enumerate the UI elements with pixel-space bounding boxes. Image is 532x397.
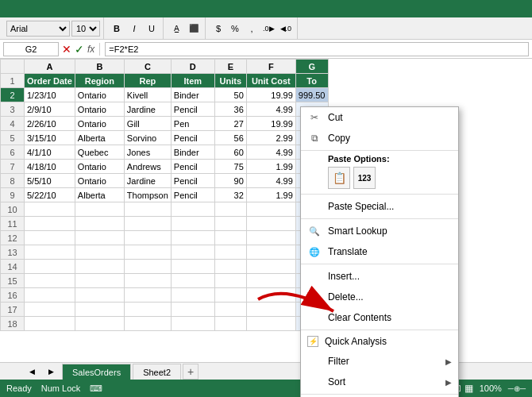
table-cell[interactable] — [214, 288, 246, 303]
table-cell[interactable]: Binder — [171, 88, 214, 102]
table-cell[interactable] — [124, 274, 171, 288]
table-cell[interactable]: Pencil — [171, 160, 214, 174]
table-cell[interactable] — [246, 274, 295, 288]
header-units[interactable]: Units — [214, 74, 246, 88]
table-cell[interactable] — [246, 288, 295, 303]
col-header-d[interactable]: D — [171, 60, 214, 74]
col-header-c[interactable]: C — [124, 60, 171, 74]
table-cell[interactable] — [246, 217, 295, 231]
table-cell[interactable]: Jardine — [124, 102, 171, 117]
table-cell[interactable] — [214, 231, 246, 245]
table-cell[interactable] — [124, 202, 171, 217]
sheet-tab-sheet2[interactable]: Sheet2 — [133, 364, 181, 380]
table-cell[interactable]: 1/23/10 — [25, 88, 75, 102]
table-cell[interactable] — [124, 231, 171, 245]
bold-button[interactable]: B — [109, 21, 125, 37]
table-cell[interactable] — [124, 245, 171, 260]
paste-icon-1[interactable]: 📋 — [328, 167, 350, 189]
table-cell[interactable]: 27 — [214, 117, 246, 131]
font-family-select[interactable]: Arial — [6, 21, 70, 37]
table-cell[interactable]: Quebec — [75, 145, 124, 160]
table-cell[interactable] — [214, 202, 246, 217]
table-cell[interactable]: 50 — [214, 88, 246, 102]
ctx-sort[interactable]: Sort ▶ — [301, 372, 458, 392]
table-cell[interactable] — [171, 260, 214, 274]
table-cell[interactable]: Pencil — [171, 131, 214, 145]
table-cell[interactable] — [171, 217, 214, 231]
table-cell[interactable] — [246, 202, 295, 217]
table-cell[interactable] — [75, 303, 124, 317]
ctx-insert[interactable]: Insert... — [301, 266, 458, 287]
table-cell[interactable] — [246, 231, 295, 245]
cell-reference-input[interactable] — [3, 42, 59, 56]
table-cell[interactable] — [246, 260, 295, 274]
table-cell[interactable]: 999.50 — [295, 88, 328, 102]
table-cell[interactable] — [214, 260, 246, 274]
col-header-g[interactable]: G — [295, 60, 328, 74]
table-cell[interactable]: Binder — [171, 145, 214, 160]
ctx-cut[interactable]: ✂ Cut — [301, 107, 458, 128]
table-cell[interactable]: 2/9/10 — [25, 102, 75, 117]
table-cell[interactable] — [124, 260, 171, 274]
table-cell[interactable]: Alberta — [75, 188, 124, 202]
table-cell[interactable]: Ontario — [75, 102, 124, 117]
table-cell[interactable] — [246, 303, 295, 317]
table-cell[interactable] — [124, 217, 171, 231]
table-cell[interactable] — [75, 202, 124, 217]
header-region[interactable]: Region — [75, 74, 124, 88]
header-order-date[interactable]: Order Date — [25, 74, 75, 88]
table-cell[interactable]: 19.99 — [246, 88, 295, 102]
table-cell[interactable] — [75, 274, 124, 288]
table-cell[interactable] — [246, 245, 295, 260]
table-cell[interactable] — [171, 317, 214, 331]
table-cell[interactable]: 3/15/10 — [25, 131, 75, 145]
table-cell[interactable] — [214, 274, 246, 288]
table-cell[interactable]: Ontario — [75, 160, 124, 174]
table-cell[interactable] — [171, 202, 214, 217]
table-cell[interactable]: Andrews — [124, 160, 171, 174]
table-cell[interactable] — [214, 317, 246, 331]
table-cell[interactable]: 5/5/10 — [25, 174, 75, 188]
table-cell[interactable]: 75 — [214, 160, 246, 174]
table-cell[interactable]: Pen — [171, 117, 214, 131]
table-cell[interactable]: Sorvino — [124, 131, 171, 145]
table-cell[interactable] — [25, 288, 75, 303]
table-cell[interactable] — [75, 217, 124, 231]
table-cell[interactable] — [75, 245, 124, 260]
ctx-translate[interactable]: 🌐 Translate — [301, 241, 458, 262]
table-cell[interactable] — [246, 317, 295, 331]
italic-button[interactable]: I — [126, 21, 142, 37]
table-cell[interactable] — [25, 217, 75, 231]
col-header-e[interactable]: E — [214, 60, 246, 74]
table-cell[interactable]: 60 — [214, 145, 246, 160]
table-cell[interactable]: 5/22/10 — [25, 188, 75, 202]
table-cell[interactable]: 1.99 — [246, 160, 295, 174]
comma-button[interactable]: , — [244, 21, 260, 37]
ctx-paste-special[interactable]: Paste Special... — [301, 196, 458, 217]
table-cell[interactable]: 1.99 — [246, 188, 295, 202]
table-cell[interactable] — [171, 274, 214, 288]
table-cell[interactable]: Pencil — [171, 188, 214, 202]
table-cell[interactable] — [214, 217, 246, 231]
font-size-select[interactable]: 10 — [71, 21, 100, 37]
decimal-inc-button[interactable]: .0▶ — [260, 21, 277, 37]
table-cell[interactable]: 4.99 — [246, 102, 295, 117]
header-unit-cost[interactable]: Unit Cost — [246, 74, 295, 88]
sheet-tab-salesorders[interactable]: SalesOrders — [62, 364, 131, 380]
table-cell[interactable] — [25, 231, 75, 245]
table-cell[interactable] — [214, 303, 246, 317]
table-cell[interactable] — [124, 303, 171, 317]
fill-color-button[interactable]: ⬛ — [186, 21, 202, 37]
col-header-a[interactable]: A — [25, 60, 75, 74]
col-header-b[interactable]: B — [75, 60, 124, 74]
zoom-slider[interactable]: ─⊕─ — [508, 384, 526, 393]
table-cell[interactable]: Ontario — [75, 174, 124, 188]
table-cell[interactable] — [25, 303, 75, 317]
ctx-copy[interactable]: ⧉ Copy — [301, 128, 458, 148]
table-cell[interactable]: Ontario — [75, 117, 124, 131]
table-cell[interactable]: 90 — [214, 174, 246, 188]
table-cell[interactable] — [25, 245, 75, 260]
ctx-delete[interactable]: Delete... — [301, 287, 458, 307]
table-cell[interactable]: 4.99 — [246, 174, 295, 188]
table-cell[interactable]: 32 — [214, 188, 246, 202]
